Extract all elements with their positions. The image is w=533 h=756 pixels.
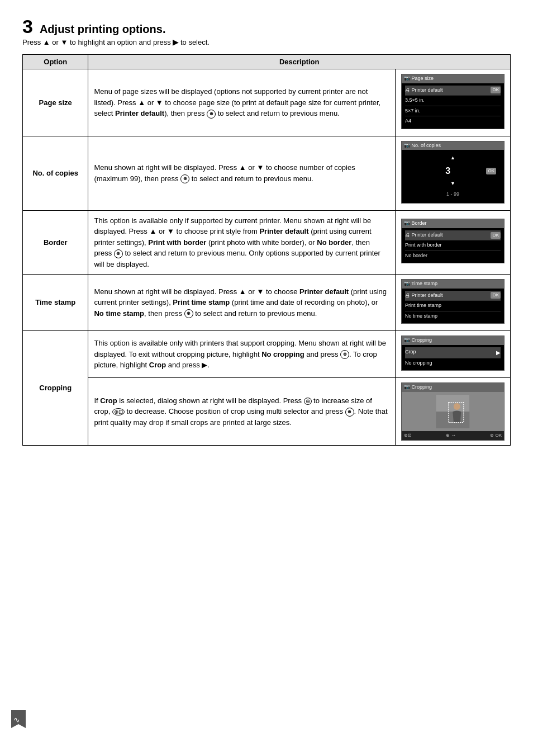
screen-copies: 📷 No. of copies ▲ 3 OK ▼ 1 - 99	[395, 136, 510, 210]
screen-timestamp: 📷 Time stamp 🖨 Printer default OK Print …	[395, 275, 510, 331]
step-title: Adjust printing options.	[40, 23, 166, 36]
svg-point-2	[454, 403, 460, 410]
option-label: Page size	[23, 69, 88, 136]
svg-rect-1	[436, 395, 469, 412]
table-row: Page size Menu of page sizes will be dis…	[23, 69, 511, 136]
table-row-cropping2: If Crop is selected, dialog shown at rig…	[23, 378, 511, 446]
option-label: Time stamp	[23, 275, 88, 331]
step-number: 3	[22, 17, 33, 36]
table-row: No. of copies Menu shown at right will b…	[23, 136, 511, 210]
screen-border: 📷 Border 🖨 Printer default OK Print with…	[395, 210, 510, 275]
option-desc: Menu shown at right will be displayed. P…	[88, 136, 395, 210]
option-label: No. of copies	[23, 136, 88, 210]
option-desc-cropping1: This option is available only with print…	[88, 331, 395, 378]
step-subtitle: Press ▲ or ▼ to highlight an option and …	[22, 38, 511, 46]
option-desc-cropping2: If Crop is selected, dialog shown at rig…	[88, 378, 395, 446]
svg-text:∿: ∿	[13, 715, 20, 724]
option-label: Cropping	[23, 331, 88, 446]
bookmark-icon: ∿	[11, 710, 26, 728]
table-row-cropping: Cropping This option is available only w…	[23, 331, 511, 378]
screen-cropping2: 📷 Cropping	[395, 378, 510, 446]
screen-pagesize: 📷 Page size 🖨 Printer default OK 3.5×5 i…	[395, 69, 510, 136]
step-heading: 3 Adjust printing options.	[22, 17, 511, 36]
option-label: Border	[23, 210, 88, 275]
options-table: Option Description Page size Menu of pag…	[22, 54, 511, 446]
col-desc: Description	[88, 55, 511, 69]
option-desc: Menu shown at right will be displayed. P…	[88, 275, 395, 331]
option-desc: This option is available only if support…	[88, 210, 395, 275]
option-desc: Menu of page sizes will be displayed (op…	[88, 69, 395, 136]
table-row: Time stamp Menu shown at right will be d…	[23, 275, 511, 331]
col-option: Option	[23, 55, 88, 69]
table-row: Border This option is available only if …	[23, 210, 511, 275]
screen-cropping1: 📷 Cropping Crop ▶ No cropping	[395, 331, 510, 378]
